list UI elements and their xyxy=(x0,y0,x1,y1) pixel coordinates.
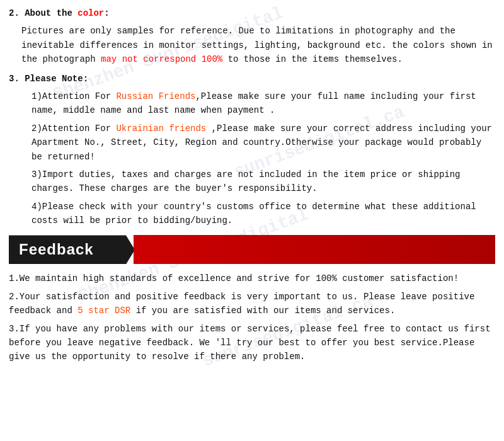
fb-1-text: We maintain high standards of excellence… xyxy=(20,273,459,284)
feedback-item-1: 1.We maintain high standards of excellen… xyxy=(9,272,495,285)
about-color-text2: to those in the items themselves. xyxy=(222,54,403,64)
note-2-highlight: Ukrainian friends xyxy=(116,123,206,134)
note-item-4: 4)Please check with your country's custo… xyxy=(9,200,495,228)
section-about-color: 2. About the color: Pictures are only sa… xyxy=(9,6,495,67)
note-2-prefix: Attention For xyxy=(42,123,117,134)
please-note-title: 3. Please Note: xyxy=(9,72,495,86)
note-2-num: 2) xyxy=(32,123,42,134)
note-1-num: 1) xyxy=(32,91,42,101)
about-color-warning: may not correspond 100% xyxy=(101,54,222,64)
note-item-3: 3)Import duties, taxes and charges are n… xyxy=(9,168,495,196)
fb-3-text: If you have any problems with our items … xyxy=(9,324,491,362)
note-3-num: 3) xyxy=(32,169,42,180)
note-item-2: 2)Attention For Ukrainian friends ,Pleas… xyxy=(9,122,495,164)
fb-1-num: 1. xyxy=(9,273,20,284)
note-item-1: 1)Attention For Russian Friends,Please m… xyxy=(9,89,495,118)
about-color-body: Pictures are only samples for reference.… xyxy=(9,24,495,66)
about-color-title: 2. About the color: xyxy=(9,6,495,20)
page-content: Shenzhen Sunrisedigital sunrisedigital.c… xyxy=(9,6,495,368)
fb-2-highlight: 5 star DSR xyxy=(77,306,130,316)
about-color-highlight: color xyxy=(77,8,104,18)
note-1-highlight: Russian Friends xyxy=(116,91,195,101)
about-color-colon: : xyxy=(104,8,109,18)
feedback-item-2: 2.Your satisfaction and positive feedbac… xyxy=(9,290,495,318)
feedback-header-text: Feedback xyxy=(19,241,94,258)
section-3-number: 3. xyxy=(9,74,20,84)
fb-3-num: 3. xyxy=(9,324,20,334)
section-please-note: 3. Please Note: 1)Attention For Russian … xyxy=(9,72,495,228)
section-2-number: 2. xyxy=(9,8,20,18)
feedback-item-3: 3.If you have any problems with our item… xyxy=(9,322,495,364)
fb-2-rest: if you are satisfied with our items and … xyxy=(130,306,395,316)
note-1-prefix: Attention For xyxy=(42,91,117,101)
note-3-text: Import duties, taxes and charges are not… xyxy=(32,169,461,193)
note-4-num: 4) xyxy=(32,202,42,212)
fb-2-num: 2. xyxy=(9,292,20,302)
please-note-label: Please Note xyxy=(25,74,83,84)
note-4-text: Please check with your country's customs… xyxy=(32,202,476,226)
please-note-colon: : xyxy=(83,74,88,84)
about-color-label: About the xyxy=(25,8,77,18)
feedback-section: Feedback 1.We maintain high standards of… xyxy=(9,235,495,364)
